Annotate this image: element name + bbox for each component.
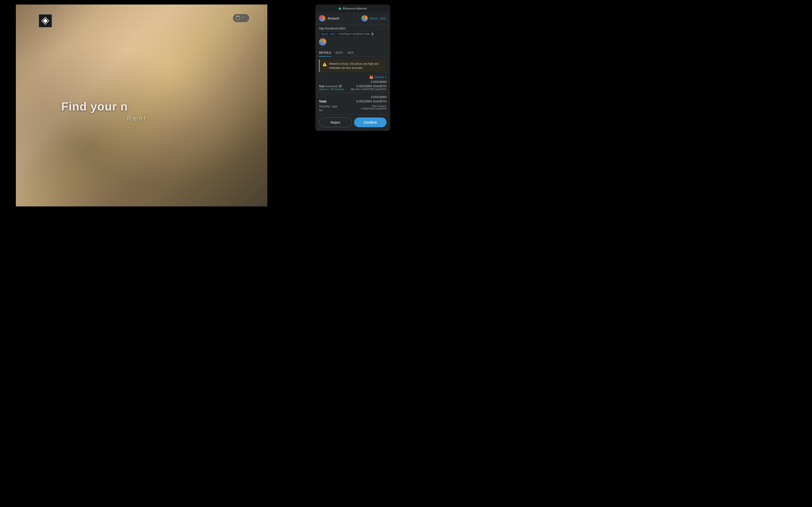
tab-hex[interactable]: HEX [348, 49, 354, 57]
warning-icon: ⚠️ [322, 62, 327, 66]
gas-amount-top: 0.00316884 [319, 80, 387, 83]
amounts-label: Amounts + gas fee [319, 105, 342, 112]
total-amount-top: 0.00316884 [319, 95, 387, 99]
warning-box: ⚠️ Network is busy. Gas prices are high … [319, 60, 387, 72]
app-logo [39, 14, 52, 27]
network-status-dot [339, 7, 341, 10]
tab-data[interactable]: DATA [336, 49, 343, 57]
gas-info-icon[interactable]: ? [339, 84, 342, 88]
network-bar: Ethereum Mainnet [315, 5, 390, 12]
metamask-panel: Ethereum Mainnet Account 0xhe4...9281 ht… [315, 5, 390, 131]
hero-subtitle: Rent [127, 115, 148, 122]
market-link[interactable]: Market > [375, 75, 387, 79]
bg-overlay [16, 5, 267, 207]
gas-row: Gas(estimated) ? Likely in < 30 seconds … [319, 84, 387, 91]
market-row: 🦊 Market > [315, 75, 390, 80]
gas-estimated: (estimated) [325, 85, 338, 88]
max-amount-value: 0.00347992 GoerliETH [361, 107, 387, 110]
contract-address: 0xhe4...9281 [321, 33, 336, 35]
account-avatar [319, 15, 325, 21]
network-name: Ethereum Mainnet [343, 7, 367, 10]
amounts-row: Amounts + gas fee Max amount: 0.00347992… [319, 105, 387, 112]
account-label: Account [327, 16, 339, 20]
total-label: Total [319, 100, 326, 103]
total-row: Total 0.00316884 GoerliETH [319, 100, 387, 103]
chevron-up-icon: ⌃ [242, 16, 245, 20]
contract-info-icon[interactable]: i [371, 33, 374, 36]
account-right[interactable]: 0xhe4...9281 [358, 12, 390, 24]
action-buttons: Reject Confirm [315, 117, 390, 131]
gas-value-eth: 0.00316884 GoerliETH [351, 84, 387, 88]
hero-title: Find your n [61, 100, 128, 113]
account-row: Account 0xhe4...9281 [315, 12, 390, 24]
reject-button[interactable]: Reject [319, 117, 352, 127]
contract-label: : CONTRACT INTERACTION [337, 33, 370, 35]
account-address: 0xhe4...9281 [369, 17, 387, 20]
gas-section: 0.00316884 Gas(estimated) ? Likely in < … [315, 80, 390, 91]
gas-label: Gas(estimated) ? [319, 84, 344, 88]
market-icon: 🦊 [369, 75, 373, 79]
background-scene: Find your n Rent ⌃ [16, 5, 267, 207]
account-left[interactable]: Account [315, 12, 358, 24]
gas-max-fee: Max fee: 0.00347992 GoerliETH [351, 88, 387, 91]
spinner-button[interactable]: ⌃ [233, 14, 249, 22]
gas-text: Gas [319, 84, 324, 88]
gas-likely: Likely in < 30 seconds [319, 88, 344, 91]
tabs-bar: DETAILS DATA HEX [315, 49, 390, 57]
warning-text: Network is busy. Gas prices are high and… [329, 62, 384, 70]
total-value-eth: 0.00316884 GoerliETH [356, 100, 387, 103]
total-section: 0.00316884 Total 0.00316884 GoerliETH Am… [315, 95, 390, 112]
tab-details[interactable]: DETAILS [319, 49, 331, 57]
top-right-controls: ⌃ [233, 14, 249, 22]
origin-url: http://localhost:4820 [319, 27, 387, 30]
origin-section: http://localhost:4820 0xhe4...9281 : CON… [315, 24, 390, 48]
contract-badge: 0xhe4...9281 : CONTRACT INTERACTION i [319, 32, 376, 37]
confirm-button[interactable]: Confirm [354, 117, 387, 127]
amounts-value: Max amount: 0.00347992 GoerliETH [361, 105, 387, 110]
address-avatar [361, 15, 368, 21]
origin-avatar [319, 38, 326, 46]
max-amount-label: Max amount: [361, 105, 387, 107]
loading-spinner-icon [236, 16, 240, 20]
